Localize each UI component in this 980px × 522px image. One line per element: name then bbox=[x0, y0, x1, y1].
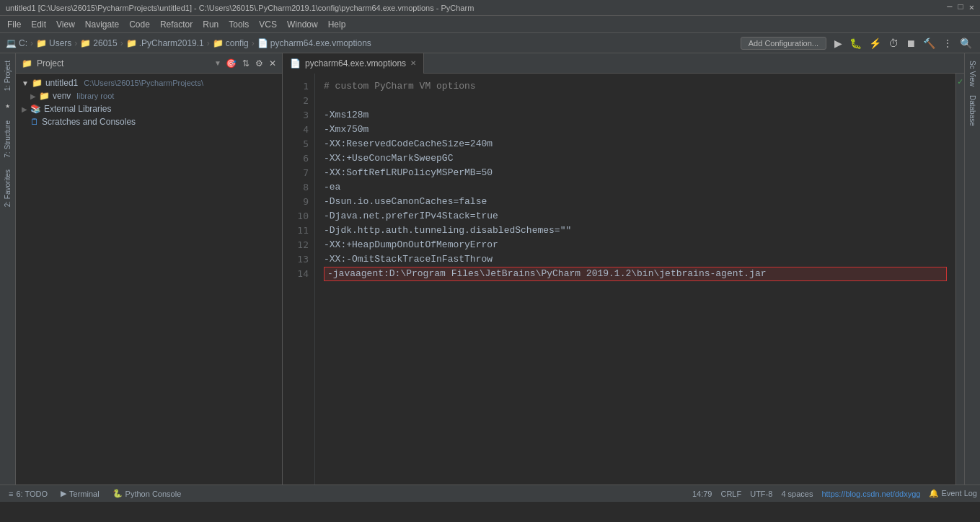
project-folder-icon: 📁 bbox=[22, 58, 32, 68]
locate-icon[interactable]: 🎯 bbox=[226, 58, 237, 68]
code-line-14: -javaagent:D:\Program Files\JetBrains\Py… bbox=[324, 267, 947, 281]
todo-label: 6: TODO bbox=[16, 490, 48, 498]
search-icon[interactable]: 🔍 bbox=[958, 37, 974, 49]
menu-help[interactable]: Help bbox=[324, 18, 350, 31]
folder-icon-venv: 📁 bbox=[39, 91, 50, 101]
project-dropdown-icon[interactable]: ▼ bbox=[214, 59, 221, 67]
breadcrumb-pycharm[interactable]: 📁 .PyCharm2019.1 bbox=[126, 38, 204, 48]
main-layout: 1: Project ★ 7: Structure 2: Favorites 📁… bbox=[0, 53, 980, 485]
tree-item-untitled1[interactable]: ▼ 📁 untitled1 C:\Users\26015\PycharmProj… bbox=[16, 76, 282, 89]
editor-area: 📄 pycharm64.exe.vmoptions ✕ 1 2 3 4 5 6 … bbox=[283, 53, 964, 485]
database-tab[interactable]: Database bbox=[967, 91, 978, 130]
profile-button[interactable]: ⏱ bbox=[886, 37, 901, 49]
code-text-12: -XX:+HeapDumpOnOutOfMemoryError bbox=[324, 238, 498, 252]
line-num-8: 8 bbox=[283, 180, 314, 195]
maximize-button[interactable]: □ bbox=[958, 2, 963, 13]
settings-icon[interactable]: ⚙ bbox=[255, 58, 263, 68]
event-log-label: Event Log bbox=[941, 489, 977, 497]
minimize-button[interactable]: ─ bbox=[947, 2, 952, 13]
breadcrumb-c: C: bbox=[19, 38, 27, 48]
code-text-14: -javaagent:D:\Program Files\JetBrains\Py… bbox=[327, 267, 767, 281]
breadcrumb-users-label: Users bbox=[49, 38, 71, 48]
code-editor: 1 2 3 4 5 6 7 8 9 10 11 12 13 14 # custo… bbox=[283, 74, 964, 485]
menu-view[interactable]: View bbox=[52, 18, 79, 31]
menu-file[interactable]: File bbox=[3, 18, 25, 31]
bottom-tab-python-console[interactable]: 🐍 Python Console bbox=[107, 487, 187, 500]
breadcrumb-sep-4: › bbox=[207, 38, 210, 48]
code-text-13: -XX:-OmitStackTraceInFastThrow bbox=[324, 252, 493, 267]
folder-icon-1: 📁 bbox=[36, 38, 47, 48]
stop-button[interactable]: ⏹ bbox=[904, 37, 918, 49]
breadcrumb-26015[interactable]: 📁 26015 bbox=[80, 38, 117, 48]
more-button[interactable]: ⋮ bbox=[940, 37, 955, 49]
url-indicator: https://blog.csdn.net/ddxygg bbox=[821, 490, 920, 498]
event-log-icon: 🔔 bbox=[929, 489, 939, 497]
python-console-icon: 🐍 bbox=[112, 489, 123, 498]
add-configuration-button[interactable]: Add Configuration... bbox=[741, 37, 826, 50]
event-log-button[interactable]: 🔔 Event Log bbox=[929, 489, 977, 498]
run-controls: ▶ 🐛 ⚡ ⏱ ⏹ 🔨 ⋮ bbox=[832, 37, 955, 49]
line-numbers: 1 2 3 4 5 6 7 8 9 10 11 12 13 14 bbox=[283, 74, 315, 485]
folder-icon-3: 📁 bbox=[126, 38, 137, 48]
close-button[interactable]: ✕ bbox=[969, 2, 974, 13]
tree-item-venv[interactable]: ▶ 📁 venv library root bbox=[16, 89, 282, 102]
menu-window[interactable]: Window bbox=[283, 18, 322, 31]
menu-refactor[interactable]: Refactor bbox=[156, 18, 197, 31]
sc-view-tab[interactable]: Sc View bbox=[967, 56, 978, 91]
title-text: untitled1 [C:\Users\26015\PycharmProject… bbox=[6, 4, 474, 12]
tree-label-scratches: Scratches and Consoles bbox=[42, 117, 136, 127]
coverage-button[interactable]: ⚡ bbox=[867, 37, 883, 49]
sidebar-structure-icon[interactable]: 7: Structure bbox=[2, 116, 13, 162]
sidebar-favorites-icon[interactable]: ★ bbox=[2, 98, 13, 113]
line-num-3: 3 bbox=[283, 108, 314, 123]
line-num-14: 14 bbox=[283, 267, 314, 281]
tree-arrow-untitled1: ▼ bbox=[22, 79, 29, 87]
code-text-9: -Dsun.io.useCanonCaches=false bbox=[324, 195, 487, 209]
sidebar-project-icon[interactable]: 1: Project bbox=[2, 56, 13, 95]
code-text-3: -Xms128m bbox=[324, 108, 368, 123]
expand-icon[interactable]: ⇅ bbox=[242, 58, 250, 68]
breadcrumb-users[interactable]: 📁 Users bbox=[36, 38, 71, 48]
breadcrumb-file[interactable]: 📄 pycharm64.exe.vmoptions bbox=[257, 38, 371, 48]
hide-icon[interactable]: ✕ bbox=[269, 58, 276, 68]
debug-button[interactable]: 🐛 bbox=[847, 37, 864, 49]
panel-header-icons: 🎯 ⇅ ⚙ ✕ bbox=[226, 58, 276, 68]
bottom-bar: ≡ 6: TODO ▶ Terminal 🐍 Python Console 14… bbox=[0, 485, 980, 502]
tree-item-scratches[interactable]: ▶ 🗒 Scratches and Consoles bbox=[16, 115, 282, 128]
run-button[interactable]: ▶ bbox=[832, 37, 844, 49]
breadcrumb-drive[interactable]: 💻 C: bbox=[6, 38, 27, 48]
menu-edit[interactable]: Edit bbox=[27, 18, 50, 31]
window-controls: ─ □ ✕ bbox=[947, 2, 974, 13]
sidebar-2favorites-icon[interactable]: 2: Favorites bbox=[2, 165, 13, 211]
code-content[interactable]: # custom PyCharm VM options -Xms128m -Xm… bbox=[315, 74, 955, 485]
tab-close-button[interactable]: ✕ bbox=[410, 59, 416, 67]
menu-run[interactable]: Run bbox=[198, 18, 223, 31]
code-text-10: -Djava.net.preferIPv4Stack=true bbox=[324, 209, 498, 224]
tree-label-external-libs: External Libraries bbox=[44, 104, 111, 114]
code-text-4: -Xmx750m bbox=[324, 123, 368, 137]
menu-vcs[interactable]: VCS bbox=[255, 18, 281, 31]
code-line-10: -Djava.net.preferIPv4Stack=true bbox=[324, 209, 947, 224]
drive-icon: 💻 bbox=[6, 38, 17, 48]
code-text-1: # custom PyCharm VM options bbox=[324, 79, 476, 94]
tree-item-external-libs[interactable]: ▶ 📚 External Libraries bbox=[16, 102, 282, 115]
menu-tools[interactable]: Tools bbox=[224, 18, 253, 31]
bottom-tab-todo[interactable]: ≡ 6: TODO bbox=[3, 488, 53, 500]
project-panel-header: 📁 Project ▼ 🎯 ⇅ ⚙ ✕ bbox=[16, 53, 282, 74]
line-num-12: 12 bbox=[283, 238, 314, 252]
python-console-label: Python Console bbox=[125, 490, 182, 498]
menu-code[interactable]: Code bbox=[125, 18, 154, 31]
menu-navigate[interactable]: Navigate bbox=[81, 18, 123, 31]
indent-indicator: 4 spaces bbox=[781, 490, 813, 498]
bottom-tab-terminal[interactable]: ▶ Terminal bbox=[55, 487, 105, 500]
code-line-3: -Xms128m bbox=[324, 108, 947, 123]
code-line-7: -XX:SoftRefLRUPolicyMSPerMB=50 bbox=[324, 166, 947, 180]
check-mark-icon: ✓ bbox=[958, 76, 963, 87]
line-ending-indicator: CRLF bbox=[720, 490, 741, 498]
breadcrumb-sep-2: › bbox=[74, 38, 77, 48]
tab-vmoptions[interactable]: 📄 pycharm64.exe.vmoptions ✕ bbox=[283, 53, 424, 74]
code-text-6: -XX:+UseConcMarkSweepGC bbox=[324, 151, 453, 166]
breadcrumb-config[interactable]: 📁 config bbox=[213, 38, 249, 48]
build-button[interactable]: 🔨 bbox=[921, 37, 937, 49]
folder-icon-2: 📁 bbox=[80, 38, 91, 48]
